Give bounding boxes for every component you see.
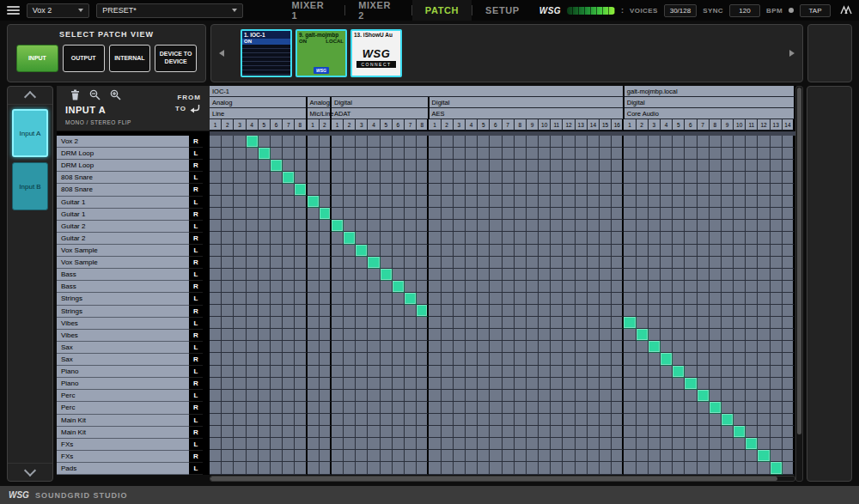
matrix-cell[interactable] bbox=[368, 366, 380, 378]
matrix-cell[interactable] bbox=[576, 390, 588, 402]
matrix-cell[interactable] bbox=[746, 305, 758, 317]
matrix-cell[interactable] bbox=[576, 402, 588, 414]
matrix-cell[interactable] bbox=[344, 366, 356, 378]
matrix-cell[interactable] bbox=[381, 148, 393, 160]
matrix-cell[interactable] bbox=[539, 245, 551, 257]
matrix-cell[interactable] bbox=[368, 281, 380, 293]
matrix-cell[interactable] bbox=[661, 136, 673, 148]
matrix-cell[interactable] bbox=[722, 136, 734, 148]
matrix-cell[interactable] bbox=[405, 378, 417, 390]
matrix-cell[interactable] bbox=[685, 438, 697, 450]
matrix-cell[interactable] bbox=[649, 390, 661, 402]
matrix-cell[interactable] bbox=[381, 245, 393, 257]
rack-scroll-right-button[interactable] bbox=[789, 50, 795, 57]
matrix-cell[interactable] bbox=[454, 136, 466, 148]
matrix-cell[interactable] bbox=[442, 438, 454, 450]
matrix-cell[interactable] bbox=[490, 245, 502, 257]
matrix-cell[interactable] bbox=[222, 245, 234, 257]
matrix-cell[interactable] bbox=[429, 184, 441, 196]
matrix-cell[interactable] bbox=[478, 426, 490, 438]
matrix-cell[interactable] bbox=[746, 220, 758, 232]
matrix-cell[interactable] bbox=[222, 317, 234, 329]
matrix-cell[interactable] bbox=[332, 257, 344, 269]
matrix-cell[interactable] bbox=[698, 450, 710, 462]
matrix-cell[interactable] bbox=[783, 426, 795, 438]
matrix-cell[interactable] bbox=[271, 220, 283, 232]
matrix-cell[interactable] bbox=[783, 450, 795, 462]
matrix-cell[interactable] bbox=[308, 329, 320, 341]
matrix-cell[interactable] bbox=[685, 269, 697, 281]
matrix-cell[interactable] bbox=[515, 293, 527, 305]
matrix-cell[interactable] bbox=[503, 148, 515, 160]
channel-side[interactable]: R bbox=[189, 281, 203, 293]
matrix-cell[interactable] bbox=[234, 172, 246, 184]
matrix-cell[interactable] bbox=[734, 281, 746, 293]
matrix-cell[interactable] bbox=[612, 184, 624, 196]
matrix-cell[interactable] bbox=[698, 317, 710, 329]
matrix-cell[interactable] bbox=[685, 136, 697, 148]
matrix-cell[interactable] bbox=[649, 281, 661, 293]
channel-side[interactable]: R bbox=[189, 402, 203, 414]
matrix-cell[interactable] bbox=[259, 269, 271, 281]
matrix-cell[interactable] bbox=[503, 232, 515, 244]
matrix-cell[interactable] bbox=[722, 426, 734, 438]
matrix-cell[interactable] bbox=[332, 402, 344, 414]
matrix-cell[interactable] bbox=[551, 329, 563, 341]
matrix-cell[interactable] bbox=[783, 402, 795, 414]
matrix-cell[interactable] bbox=[527, 245, 539, 257]
matrix-cell[interactable] bbox=[551, 462, 563, 474]
matrix-cell[interactable] bbox=[442, 341, 454, 353]
matrix-cell[interactable] bbox=[734, 232, 746, 244]
matrix-cell[interactable] bbox=[381, 341, 393, 353]
matrix-cell[interactable] bbox=[429, 232, 441, 244]
matrix-cell[interactable] bbox=[722, 232, 734, 244]
rack-scroll-left-button[interactable] bbox=[219, 50, 224, 57]
matrix-cell[interactable] bbox=[722, 402, 734, 414]
matrix-cell[interactable] bbox=[271, 402, 283, 414]
matrix-cell[interactable] bbox=[722, 341, 734, 353]
matrix-cell[interactable] bbox=[685, 305, 697, 317]
matrix-cell[interactable] bbox=[356, 148, 368, 160]
matrix-cell[interactable] bbox=[624, 196, 636, 208]
matrix-cell[interactable] bbox=[490, 378, 502, 390]
matrix-cell[interactable] bbox=[356, 426, 368, 438]
zoom-out-icon[interactable] bbox=[89, 89, 101, 100]
matrix-cell[interactable] bbox=[698, 172, 710, 184]
matrix-cell[interactable] bbox=[210, 390, 222, 402]
matrix-cell[interactable] bbox=[503, 208, 515, 220]
matrix-cell[interactable] bbox=[478, 172, 490, 184]
matrix-cell[interactable] bbox=[429, 426, 441, 438]
channel-name[interactable]: Vox Sample bbox=[57, 245, 189, 257]
matrix-cell[interactable] bbox=[466, 462, 478, 474]
matrix-cell[interactable] bbox=[417, 414, 429, 426]
matrix-cell[interactable] bbox=[527, 160, 539, 172]
matrix-cell[interactable] bbox=[247, 148, 259, 160]
matrix-cell[interactable] bbox=[612, 378, 624, 390]
matrix-cell[interactable] bbox=[649, 378, 661, 390]
channel-name[interactable]: Piano bbox=[57, 366, 189, 378]
matrix-cell[interactable] bbox=[405, 438, 417, 450]
matrix-cell[interactable] bbox=[429, 366, 441, 378]
matrix-cell[interactable] bbox=[576, 184, 588, 196]
matrix-cell[interactable] bbox=[332, 245, 344, 257]
matrix-cell[interactable] bbox=[783, 160, 795, 172]
matrix-cell[interactable] bbox=[332, 366, 344, 378]
matrix-cell[interactable] bbox=[649, 257, 661, 269]
channel-side[interactable]: L bbox=[189, 197, 203, 209]
matrix-cell[interactable] bbox=[308, 257, 320, 269]
matrix-cell[interactable] bbox=[247, 353, 259, 365]
matrix-cell[interactable] bbox=[442, 269, 454, 281]
matrix-cell[interactable] bbox=[405, 450, 417, 462]
matrix-cell[interactable] bbox=[649, 245, 661, 257]
matrix-cell[interactable] bbox=[783, 366, 795, 378]
matrix-cell[interactable] bbox=[356, 281, 368, 293]
matrix-cell[interactable] bbox=[551, 148, 563, 160]
vertical-scrollbar-thumb[interactable] bbox=[797, 88, 801, 434]
matrix-cell[interactable] bbox=[515, 438, 527, 450]
matrix-cell[interactable] bbox=[600, 353, 612, 365]
matrix-cell[interactable] bbox=[624, 136, 636, 148]
matrix-cell[interactable] bbox=[515, 269, 527, 281]
matrix-cell[interactable] bbox=[624, 462, 636, 474]
matrix-cell[interactable] bbox=[271, 390, 283, 402]
matrix-cell[interactable] bbox=[563, 172, 575, 184]
